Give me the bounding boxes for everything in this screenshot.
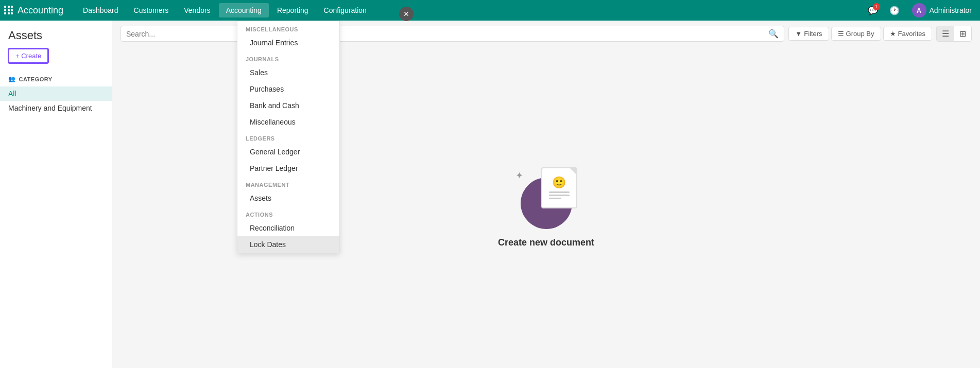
page-title: Assets — [0, 29, 112, 48]
app-logo[interactable]: Accounting — [4, 5, 72, 16]
dropdown-item-lock-dates[interactable]: Lock Dates — [237, 236, 339, 253]
clock-icon: 🕐 — [889, 6, 900, 15]
nav-configuration[interactable]: Configuration — [317, 3, 374, 17]
dropdown-item-purchases[interactable]: Purchases — [237, 81, 339, 97]
category-label: 👥 CATEGORY — [0, 72, 112, 86]
sparkle-icon: ✦ — [515, 170, 523, 181]
dropdown-item-sales[interactable]: Sales — [237, 64, 339, 81]
dropdown-item-reconciliation[interactable]: Reconciliation — [237, 220, 339, 236]
nav-customers[interactable]: Customers — [127, 3, 176, 17]
empty-illustration: 🙂 ✦ — [515, 167, 577, 229]
dropdown-item-assets[interactable]: Assets — [237, 190, 339, 206]
dropdown-item-partner-ledger[interactable]: Partner Ledger — [237, 160, 339, 177]
kanban-view-button[interactable]: ⊞ — [954, 26, 971, 41]
filters-button[interactable]: ▼ Filters — [788, 27, 829, 41]
dropdown-section-journals: Journals — [237, 51, 339, 64]
user-menu[interactable]: A Administrator — [908, 1, 976, 20]
illustration-doc: 🙂 — [541, 167, 577, 208]
groupby-button[interactable]: ☰ Group By — [831, 27, 881, 41]
nav-accounting[interactable]: Accounting — [219, 3, 269, 17]
main-layout: Assets + Create 👥 CATEGORY All Machinery… — [0, 21, 980, 368]
close-dropdown-button[interactable]: ✕ — [399, 7, 414, 21]
dropdown-section-management: Management — [237, 177, 339, 190]
dropdown-section-miscellaneous: Miscellaneous — [237, 21, 339, 34]
list-view-button[interactable]: ☰ — [937, 26, 954, 41]
sidebar-item-machinery[interactable]: Machinery and Equipment — [0, 101, 112, 115]
user-name: Administrator — [930, 6, 972, 14]
dropdown-item-general-ledger[interactable]: General Ledger — [237, 144, 339, 160]
search-input[interactable] — [126, 30, 765, 38]
grid-icon — [4, 6, 13, 15]
category-icon: 👥 — [8, 76, 16, 82]
dropdown-item-journal-entries[interactable]: Journal Entries — [237, 34, 339, 51]
nav-links: Dashboard Customers Vendors Accounting R… — [76, 3, 864, 17]
search-bar: 🔍 — [121, 26, 784, 42]
doc-line-2 — [549, 195, 570, 196]
doc-fold — [570, 168, 576, 174]
doc-lines — [549, 191, 570, 199]
topnav: Accounting Dashboard Customers Vendors A… — [0, 0, 980, 21]
dropdown-item-bank-cash[interactable]: Bank and Cash — [237, 97, 339, 114]
dropdown-section-ledgers: Ledgers — [237, 130, 339, 144]
favorites-button[interactable]: ★ Favorites — [883, 27, 932, 41]
empty-label: Create new document — [498, 237, 594, 248]
accounting-dropdown: Miscellaneous Journal Entries Journals S… — [237, 21, 340, 253]
view-buttons: ☰ ⊞ — [936, 26, 972, 42]
notification-badge: 1 — [873, 3, 880, 10]
activity-button[interactable]: 🕐 — [886, 2, 903, 19]
topnav-right: 💬 1 🕐 A Administrator — [865, 1, 976, 20]
app-name: Accounting — [18, 5, 63, 16]
star-icon: ★ — [890, 30, 896, 38]
avatar: A — [912, 3, 926, 17]
nav-reporting[interactable]: Reporting — [270, 3, 316, 17]
filter-buttons: ▼ Filters ☰ Group By ★ Favorites — [788, 27, 932, 41]
dropdown-item-miscellaneous-j[interactable]: Miscellaneous — [237, 114, 339, 130]
create-button[interactable]: + Create — [8, 48, 48, 63]
nav-dashboard[interactable]: Dashboard — [76, 3, 126, 17]
sidebar-item-all[interactable]: All — [0, 86, 112, 101]
filter-icon: ▼ — [795, 30, 802, 38]
dropdown-section-actions: Actions — [237, 206, 339, 220]
doc-line-1 — [549, 191, 570, 193]
search-icon[interactable]: 🔍 — [768, 29, 779, 39]
doc-face-icon: 🙂 — [552, 176, 566, 189]
messages-button[interactable]: 💬 1 — [865, 2, 881, 19]
groupby-icon: ☰ — [838, 30, 844, 38]
nav-vendors[interactable]: Vendors — [177, 3, 217, 17]
doc-line-3 — [549, 198, 561, 199]
sidebar: Assets + Create 👥 CATEGORY All Machinery… — [0, 21, 112, 368]
